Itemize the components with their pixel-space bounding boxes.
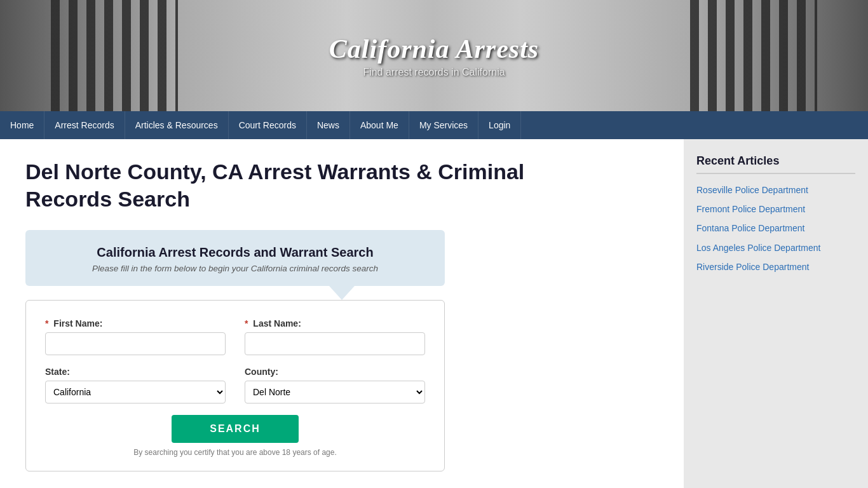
content-wrap: Del Norte County, CA Arrest Warrants & C… — [0, 139, 868, 488]
nav-services[interactable]: My Services — [409, 111, 478, 139]
header-bars-right — [690, 0, 817, 111]
location-row: State: California Alabama Alaska Arizona… — [45, 367, 425, 403]
first-name-label: * First Name: — [45, 318, 226, 329]
nav-home[interactable]: Home — [0, 111, 44, 139]
header-bars-left — [51, 0, 178, 111]
main-nav: Home Arrest Records Articles & Resources… — [0, 111, 868, 139]
last-name-group: * Last Name: — [245, 318, 425, 355]
county-group: County: Del Norte Alameda Alpine Amador … — [245, 367, 425, 403]
sidebar-article-3[interactable]: Los Angeles Police Department — [696, 242, 855, 254]
state-group: State: California Alabama Alaska Arizona… — [45, 367, 226, 403]
first-name-group: * First Name: — [45, 318, 226, 355]
county-label: County: — [245, 367, 425, 377]
sidebar: Recent Articles Roseville Police Departm… — [684, 139, 868, 488]
search-button[interactable]: SEARCH — [172, 415, 299, 443]
site-header: California Arrests Find arrest records i… — [0, 0, 868, 111]
header-text: California Arrests Find arrest records i… — [329, 34, 539, 78]
last-name-input[interactable] — [245, 332, 425, 355]
sidebar-article-2[interactable]: Fontana Police Department — [696, 222, 855, 234]
county-select[interactable]: Del Norte Alameda Alpine Amador Butte Lo… — [245, 381, 425, 403]
first-name-input[interactable] — [45, 332, 226, 355]
nav-login[interactable]: Login — [478, 111, 521, 139]
form-box-title: California Arrest Records and Warrant Se… — [44, 245, 426, 260]
last-name-label: * Last Name: — [245, 318, 425, 329]
nav-court-records[interactable]: Court Records — [229, 111, 307, 139]
nav-articles[interactable]: Articles & Resources — [125, 111, 229, 139]
site-subtitle: Find arrest records in California — [329, 67, 539, 78]
sidebar-article-0[interactable]: Roseville Police Department — [696, 184, 855, 196]
main-content: Del Norte County, CA Arrest Warrants & C… — [0, 139, 684, 488]
sidebar-article-4[interactable]: Riverside Police Department — [696, 261, 855, 273]
sidebar-article-1[interactable]: Fremont Police Department — [696, 203, 855, 215]
form-intro-box: California Arrest Records and Warrant Se… — [25, 230, 445, 286]
last-name-required: * — [245, 318, 248, 329]
site-title: California Arrests — [329, 34, 539, 64]
nav-news[interactable]: News — [307, 111, 350, 139]
sidebar-title: Recent Articles — [696, 154, 855, 174]
state-select[interactable]: California Alabama Alaska Arizona Arkans… — [45, 381, 226, 403]
form-disclaimer: By searching you certify that you are ab… — [45, 448, 425, 457]
page-title: Del Norte County, CA Arrest Warrants & C… — [25, 158, 534, 212]
form-box-subtitle: Please fill in the form below to begin y… — [44, 264, 426, 273]
search-form: * First Name: * Last Name: State: — [25, 300, 445, 471]
first-name-required: * — [45, 318, 48, 329]
name-row: * First Name: * Last Name: — [45, 318, 425, 355]
form-box-arrow — [329, 286, 355, 300]
nav-about[interactable]: About Me — [350, 111, 409, 139]
nav-arrest-records[interactable]: Arrest Records — [44, 111, 125, 139]
state-label: State: — [45, 367, 226, 377]
